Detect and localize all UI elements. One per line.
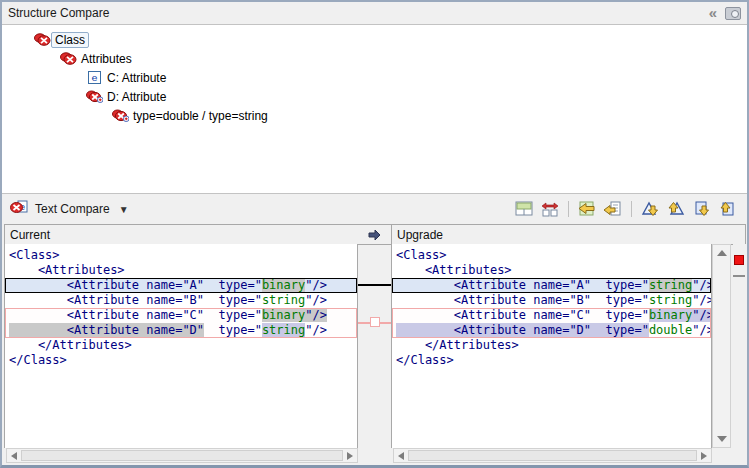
previous-difference-button[interactable] [665,199,687,219]
tree-item-c-attribute[interactable]: eC: Attribute [2,68,747,87]
next-difference-button[interactable] [639,199,661,219]
left-code-pane[interactable]: <Class> <Attributes> <Attribute name="A"… [4,244,358,448]
structure-compare-actions: « [709,6,741,20]
tree-item-d-attribute[interactable]: D: Attribute [2,87,747,106]
tree-item-class[interactable]: Class [2,30,747,49]
camera-icon[interactable] [725,7,741,20]
toolbar-separator [631,201,632,217]
svg-text:e: e [91,72,97,83]
toolbar-separator [568,201,569,217]
code-line: <Attributes> [392,263,711,278]
scroll-right-icon[interactable] [701,452,707,460]
left-horizontal-scrollbar[interactable] [6,448,358,463]
text-compare-title: Text Compare [35,202,110,216]
next-change-button[interactable] [691,199,713,219]
code-line: </Attributes> [5,338,357,353]
diff-gutter [358,245,391,463]
diff-conflict-icon [33,33,51,46]
overview-ruler[interactable] [733,244,746,448]
code-line: <Attribute name="C" type="binary"/> [392,308,711,323]
tree-item-label: C: Attribute [103,70,170,86]
previous-change-button[interactable] [717,199,739,219]
code-line: <Attribute name="B" type="string"/> [392,293,711,308]
left-pane-header: Current [4,224,358,245]
left-pane-title: Current [10,228,50,242]
scrollbar-thumb[interactable] [408,450,697,461]
right-horizontal-scrollbar[interactable] [393,448,712,463]
tree-item-label: type=double / type=string [129,108,272,124]
collapse-all-icon[interactable]: « [709,6,717,20]
vertical-scrollbar[interactable] [712,244,731,448]
tree-item-label: D: Attribute [103,89,170,105]
diff-conflict-add-icon [85,90,103,103]
scrollbar-thumb[interactable] [21,450,343,461]
structure-compare-tree: ClassAttributeseC: AttributeD: Attribute… [2,24,747,194]
code-line: <Attribute name="D" type="string"/> [5,323,357,338]
tree-item-type-double-type-string[interactable]: type=double / type=string [2,106,747,125]
diff-connector-handle[interactable] [370,317,380,327]
selected-diff-line: <Attribute name="A" type="binary"/> [5,278,357,293]
diff-connector-selected [358,284,391,286]
right-arrow-icon [368,229,381,241]
right-pane-header: Upgrade [391,224,746,245]
code-line: <Class> [392,248,711,263]
eattribute-icon: e [85,71,103,84]
code-line: </Class> [392,353,711,368]
compare-editor-window: Structure Compare « ClassAttributeseC: A… [0,0,749,468]
gutter-header [357,224,392,245]
code-line: <Attribute name="D" type="double"/> [392,323,711,338]
code-line: <Attributes> [5,263,357,278]
scroll-left-icon[interactable] [11,452,17,460]
tree-item-label: Attributes [77,51,136,67]
code-line: </Class> [5,353,357,368]
right-pane-title: Upgrade [397,228,443,242]
right-code-pane[interactable]: <Class> <Attributes> <Attribute name="A"… [391,244,712,448]
text-compare-header: e Text Compare ▼ [2,194,747,224]
copy-all-right-to-left-button[interactable] [576,199,598,219]
diff-overview-line [733,275,745,277]
two-way-layout-button[interactable] [513,199,535,219]
code-line: </Attributes> [392,338,711,353]
scroll-left-icon[interactable] [398,452,404,460]
text-compare-icon: e [10,200,28,218]
diff-overview-marker[interactable] [734,255,744,265]
structure-compare-title: Structure Compare [8,6,109,20]
code-line: <Attribute name="B" type="string"/> [5,293,357,308]
copy-current-right-to-left-button[interactable] [602,199,624,219]
scroll-up-icon[interactable] [717,250,727,256]
swap-left-and-right-button[interactable] [539,199,561,219]
diff-conflict-add-icon [111,109,129,122]
structure-compare-header: Structure Compare « [2,2,747,24]
scroll-down-icon[interactable] [717,436,727,442]
code-line: <Class> [5,248,357,263]
scroll-right-icon[interactable] [347,452,353,460]
tree-item-attributes[interactable]: Attributes [2,49,747,68]
chevron-down-icon[interactable]: ▼ [119,204,129,215]
tree-item-label: Class [51,32,89,48]
code-line: <Attribute name="C" type="binary"/> [5,308,357,323]
text-compare-toolbar [513,199,739,219]
change-block: <Attribute name="C" type="binary"/> <Att… [5,308,357,338]
selected-diff-line: <Attribute name="A" type="string"/> [392,278,711,293]
diff-conflict-icon [59,52,77,65]
change-block: <Attribute name="C" type="binary"/> <Att… [392,308,711,338]
